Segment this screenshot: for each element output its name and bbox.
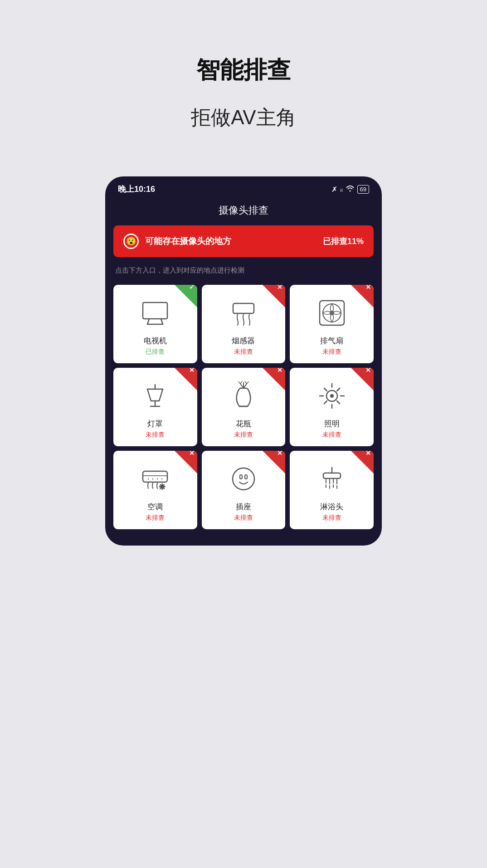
banner-percent: 已排查11% bbox=[323, 236, 364, 247]
socket-status: 未排查 bbox=[234, 514, 253, 522]
status-bar: 晚上10:16 ✗ ᵢₗ 69 bbox=[105, 176, 382, 199]
grid-item-vase[interactable]: 花瓶 未排查 bbox=[202, 368, 286, 446]
lamp-status: 未排查 bbox=[146, 431, 165, 439]
status-time: 晚上10:16 bbox=[118, 184, 155, 195]
fan-label: 排气扇 bbox=[320, 336, 343, 346]
banner-left: 😮 可能存在摄像头的地方 bbox=[123, 234, 231, 249]
svg-rect-39 bbox=[323, 473, 341, 478]
page-header: 智能排查 拒做AV主角 bbox=[0, 0, 487, 158]
unchecked-badge bbox=[351, 285, 374, 307]
aircon-status: 未排查 bbox=[146, 514, 165, 522]
lamp-label: 灯罩 bbox=[147, 419, 163, 429]
shower-icon bbox=[314, 461, 350, 497]
light-label: 照明 bbox=[324, 419, 340, 429]
svg-text:✳: ✳ bbox=[159, 483, 165, 491]
svg-line-15 bbox=[239, 382, 240, 384]
unchecked-badge bbox=[351, 368, 374, 390]
svg-line-16 bbox=[240, 381, 242, 384]
grid-item-lamp[interactable]: 灯罩 未排查 bbox=[113, 368, 197, 446]
unchecked-badge bbox=[175, 368, 197, 390]
grid-item-shower[interactable]: 淋浴头 未排查 bbox=[290, 451, 374, 529]
grid-item-aircon[interactable]: ✳ 空调 未排查 bbox=[113, 451, 197, 529]
lamp-icon bbox=[137, 378, 173, 414]
aircon-label: 空调 bbox=[147, 502, 163, 512]
svg-line-27 bbox=[324, 401, 327, 404]
aircon-icon: ✳ bbox=[137, 461, 173, 497]
nav-title: 摄像头排查 bbox=[219, 205, 268, 216]
svg-rect-0 bbox=[143, 302, 167, 319]
grid-item-tv[interactable]: 电视机 已排查 bbox=[113, 285, 197, 363]
svg-rect-29 bbox=[143, 471, 167, 482]
alert-icon: 😮 bbox=[123, 234, 139, 249]
smoke-icon bbox=[225, 295, 262, 331]
socket-label: 插座 bbox=[236, 502, 251, 512]
nav-bar: 摄像头排查 bbox=[105, 199, 382, 225]
svg-point-28 bbox=[331, 395, 333, 397]
grid-item-smoke[interactable]: 烟感器 未排查 bbox=[202, 285, 286, 363]
device-grid: 电视机 已排查 烟感器 未排查 bbox=[105, 282, 382, 532]
svg-line-14 bbox=[244, 384, 247, 388]
tv-label: 电视机 bbox=[144, 336, 167, 346]
shower-label: 淋浴头 bbox=[320, 502, 343, 512]
fan-icon bbox=[314, 295, 350, 331]
smoke-label: 烟感器 bbox=[232, 336, 255, 346]
svg-rect-38 bbox=[245, 475, 247, 479]
vase-label: 花瓶 bbox=[236, 419, 251, 429]
svg-line-18 bbox=[247, 382, 248, 384]
alert-banner[interactable]: 😮 可能存在摄像头的地方 已排查11% bbox=[113, 225, 374, 257]
light-status: 未排查 bbox=[322, 431, 341, 439]
grid-item-fan[interactable]: 排气扇 未排查 bbox=[290, 285, 374, 363]
unchecked-badge bbox=[263, 451, 285, 473]
vase-status: 未排查 bbox=[234, 431, 253, 439]
svg-line-1 bbox=[147, 319, 149, 324]
phone-frame: 晚上10:16 ✗ ᵢₗ 69 摄像头排查 😮 可能存在摄像头的地方 已排查11 bbox=[105, 176, 382, 546]
unchecked-badge bbox=[351, 451, 374, 473]
shower-status: 未排查 bbox=[322, 514, 341, 522]
fan-status: 未排查 bbox=[322, 348, 341, 356]
unchecked-badge bbox=[263, 285, 285, 307]
main-title: 智能排查 bbox=[196, 54, 291, 86]
light-icon bbox=[314, 378, 350, 414]
svg-line-24 bbox=[324, 388, 327, 391]
svg-rect-37 bbox=[240, 475, 242, 479]
unchecked-badge bbox=[263, 368, 285, 390]
grid-item-socket[interactable]: 插座 未排查 bbox=[202, 451, 286, 529]
checked-badge bbox=[175, 285, 197, 307]
signal-icon: ᵢₗ bbox=[340, 185, 343, 194]
svg-rect-4 bbox=[233, 303, 254, 313]
socket-icon bbox=[225, 461, 262, 497]
svg-line-12 bbox=[240, 384, 244, 388]
bluetooth-icon: ✗ bbox=[331, 185, 337, 194]
grid-item-light[interactable]: 照明 未排查 bbox=[290, 368, 374, 446]
sub-title: 拒做AV主角 bbox=[191, 104, 296, 131]
svg-line-17 bbox=[245, 381, 247, 384]
tv-icon bbox=[137, 295, 173, 331]
svg-line-25 bbox=[337, 401, 340, 404]
banner-text: 可能存在摄像头的地方 bbox=[145, 235, 231, 247]
instructions-text: 点击下方入口，进入到对应的地点进行检测 bbox=[105, 263, 382, 282]
wifi-icon bbox=[346, 185, 355, 194]
svg-line-2 bbox=[161, 319, 163, 324]
tv-status: 已排查 bbox=[146, 348, 165, 356]
smoke-status: 未排查 bbox=[234, 348, 253, 356]
unchecked-badge bbox=[175, 451, 197, 473]
battery-icon: 69 bbox=[357, 185, 369, 194]
svg-line-26 bbox=[337, 388, 340, 391]
status-icons: ✗ ᵢₗ 69 bbox=[331, 185, 369, 194]
svg-point-36 bbox=[233, 468, 254, 490]
vase-icon bbox=[225, 378, 262, 414]
